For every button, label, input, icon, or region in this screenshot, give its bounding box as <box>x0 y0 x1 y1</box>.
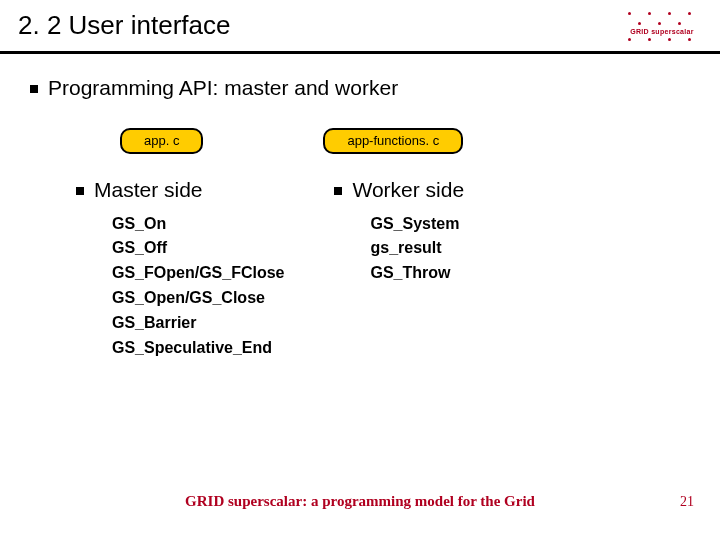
file-badges-row: app. c app-functions. c <box>30 128 690 154</box>
function-item: GS_Open/GS_Close <box>112 286 284 311</box>
footer-text: GRID superscalar: a programming model fo… <box>0 493 720 510</box>
slide-header: 2. 2 User interface GRID superscalar <box>0 0 720 54</box>
function-item: GS_On <box>112 212 284 237</box>
slide-content: Programming API: master and worker app. … <box>0 54 720 360</box>
function-item: GS_Speculative_End <box>112 336 284 361</box>
master-heading: Master side <box>76 178 284 202</box>
logo-text: GRID superscalar <box>630 28 694 35</box>
function-item: gs_result <box>370 236 464 261</box>
worker-column: Worker side GS_System gs_result GS_Throw <box>334 178 464 361</box>
master-file-badge: app. c <box>120 128 203 154</box>
worker-file-badge: app-functions. c <box>323 128 463 154</box>
master-function-list: GS_On GS_Off GS_FOpen/GS_FClose GS_Open/… <box>76 212 284 361</box>
master-column: Master side GS_On GS_Off GS_FOpen/GS_FCl… <box>76 178 284 361</box>
function-item: GS_Throw <box>370 261 464 286</box>
function-item: GS_System <box>370 212 464 237</box>
function-item: GS_FOpen/GS_FClose <box>112 261 284 286</box>
slide-title: 2. 2 User interface <box>18 10 622 41</box>
function-item: GS_Off <box>112 236 284 261</box>
bullet-main-text: Programming API: master and worker <box>48 76 398 100</box>
bullet-icon <box>76 187 84 195</box>
bullet-main: Programming API: master and worker <box>30 76 690 100</box>
master-heading-text: Master side <box>94 178 203 202</box>
grid-superscalar-logo: GRID superscalar <box>622 10 702 35</box>
function-item: GS_Barrier <box>112 311 284 336</box>
bullet-icon <box>334 187 342 195</box>
page-number: 21 <box>680 494 694 510</box>
worker-heading: Worker side <box>334 178 464 202</box>
columns: Master side GS_On GS_Off GS_FOpen/GS_FCl… <box>30 178 690 361</box>
bullet-icon <box>30 85 38 93</box>
worker-heading-text: Worker side <box>352 178 464 202</box>
worker-function-list: GS_System gs_result GS_Throw <box>334 212 464 286</box>
